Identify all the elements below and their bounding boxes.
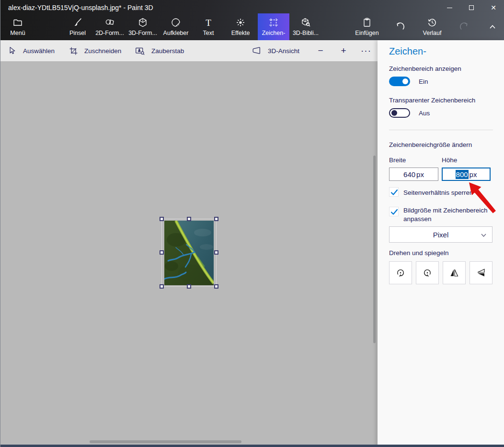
canvas-area[interactable]	[0, 61, 378, 445]
width-label: Breite	[389, 156, 406, 164]
rotate-left-icon	[395, 267, 406, 279]
resize-section-label: Zeichenbereichgröße ändern	[389, 141, 472, 148]
flip-vertical-button[interactable]	[470, 261, 493, 284]
view-3d-button[interactable]: 3D-Ansicht	[252, 40, 299, 61]
rotate-right-icon	[422, 267, 433, 279]
menu-folder-icon	[12, 17, 23, 28]
width-input[interactable]: 640px	[389, 168, 438, 181]
text-label: Text	[203, 30, 214, 36]
resize-handle-se[interactable]	[214, 284, 218, 289]
height-unit: px	[470, 170, 477, 179]
crop-tool[interactable]: Zuschneiden	[69, 40, 121, 61]
cursor-icon	[7, 46, 17, 56]
resize-image-label: Bildgröße mit Zeichenbereich anpassen	[403, 206, 493, 224]
resize-handle-nw[interactable]	[160, 217, 164, 221]
shapes-3d-icon	[137, 17, 149, 28]
selected-photo[interactable]	[164, 221, 214, 285]
resize-handle-s[interactable]	[187, 284, 191, 289]
canvas-settings-panel: Zeichen- Zeichenbereich anzeigen Ein Tra…	[378, 40, 504, 447]
height-value-selected: 800	[456, 170, 469, 179]
view-3d-icon	[252, 46, 262, 56]
collapse-ribbon-button[interactable]	[484, 13, 501, 40]
magic-select-tool[interactable]: Zauberstab	[135, 40, 184, 61]
checkmark-icon	[389, 188, 399, 197]
shapes-3d-tool[interactable]: 3D-Form...	[126, 13, 160, 40]
vertical-scrollbar[interactable]	[373, 156, 376, 343]
brush-tool[interactable]: Pinsel	[64, 13, 91, 40]
shapes-2d-tool[interactable]: 2D-Form...	[93, 13, 126, 40]
toggle-knob	[402, 78, 408, 84]
brush-icon	[72, 17, 83, 28]
magic-select-icon	[135, 46, 146, 56]
maximize-icon	[469, 5, 474, 10]
select-tool[interactable]: Auswählen	[7, 40, 55, 61]
rotate-section-label: Drehen und spiegeln	[389, 249, 449, 257]
zoom-out-button[interactable]: −	[313, 40, 328, 61]
resize-handle-w[interactable]	[160, 250, 164, 255]
effects-label: Effekte	[231, 30, 250, 36]
undo-button[interactable]	[391, 13, 409, 40]
history-button[interactable]: Verlauf	[416, 13, 448, 40]
resize-handle-sw[interactable]	[160, 284, 164, 289]
image-selection-box[interactable]	[162, 219, 216, 286]
show-canvas-label: Zeichenbereich anzeigen	[389, 65, 461, 72]
view-3d-label: 3D-Ansicht	[268, 47, 299, 55]
rotate-left-button[interactable]	[389, 261, 412, 284]
close-icon: ✕	[491, 4, 496, 11]
effects-tool[interactable]: Effekte	[225, 13, 256, 40]
sticker-label: Aufkleber	[163, 30, 189, 36]
select-label: Auswählen	[23, 47, 55, 55]
more-options-button[interactable]: ···	[358, 40, 374, 61]
undo-icon	[394, 21, 406, 33]
resize-handle-e[interactable]	[214, 250, 218, 255]
window-bottom-edge	[0, 445, 504, 447]
menu-button[interactable]: Menü	[5, 13, 30, 40]
shapes-2d-icon	[104, 17, 115, 28]
paste-clipboard-icon	[361, 17, 373, 28]
width-unit: px	[416, 170, 424, 179]
flip-horizontal-icon	[448, 267, 460, 279]
minimize-icon	[447, 8, 452, 8]
flip-vertical-icon	[475, 267, 487, 279]
redo-button[interactable]	[456, 13, 473, 40]
shapes-2d-label: 2D-Form...	[95, 30, 124, 36]
resize-image-checkbox[interactable]	[389, 207, 399, 216]
window-title: alex-diaz-YDtLB515VjQ-unsplash.jpg* - Pa…	[8, 4, 153, 11]
paint3d-window: alex-diaz-YDtLB515VjQ-unsplash.jpg* - Pa…	[0, 0, 504, 447]
horizontal-scrollbar[interactable]	[90, 440, 241, 443]
effects-sun-icon	[235, 17, 246, 28]
zoom-in-button[interactable]: +	[336, 40, 351, 61]
text-icon: T	[203, 17, 214, 28]
library-3d-tool[interactable]: 3D-Bibli...	[290, 13, 321, 40]
plus-icon: +	[341, 45, 346, 56]
redo-icon	[458, 21, 470, 33]
library-3d-label: 3D-Bibli...	[293, 30, 319, 36]
lock-aspect-checkbox[interactable]	[389, 187, 399, 197]
height-input[interactable]: 800px	[442, 168, 491, 181]
shapes-3d-label: 3D-Form...	[128, 30, 157, 36]
paste-button[interactable]: Einfügen	[351, 13, 383, 40]
show-canvas-toggle[interactable]	[389, 77, 410, 86]
chevron-up-icon	[487, 21, 498, 33]
title-bar: alex-diaz-YDtLB515VjQ-unsplash.jpg* - Pa…	[0, 0, 504, 40]
toggle-knob	[391, 110, 397, 116]
resize-handle-n[interactable]	[187, 217, 191, 221]
divider	[389, 130, 493, 130]
chevron-down-icon	[481, 232, 487, 238]
checkmark-icon	[389, 207, 399, 217]
minus-icon: −	[318, 45, 323, 56]
sticker-tool[interactable]: Aufkleber	[159, 13, 193, 40]
resize-handle-ne[interactable]	[214, 217, 218, 221]
flip-horizontal-button[interactable]	[443, 261, 466, 284]
transparent-canvas-label: Transparenter Zeichenbereich	[389, 97, 475, 104]
transparent-canvas-toggle[interactable]	[389, 108, 410, 118]
lock-aspect-label: Seitenverhältnis sperren	[403, 189, 493, 197]
text-tool[interactable]: T Text	[195, 13, 221, 40]
unit-dropdown[interactable]: Pixel	[389, 226, 493, 243]
history-clock-icon	[426, 17, 438, 28]
show-canvas-state: Ein	[419, 78, 428, 85]
rotate-right-button[interactable]	[416, 261, 439, 284]
paste-label: Einfügen	[355, 30, 378, 36]
canvas-tab-label: Zeichen-	[262, 30, 286, 36]
canvas-tool-active[interactable]: Zeichen-	[258, 13, 289, 40]
